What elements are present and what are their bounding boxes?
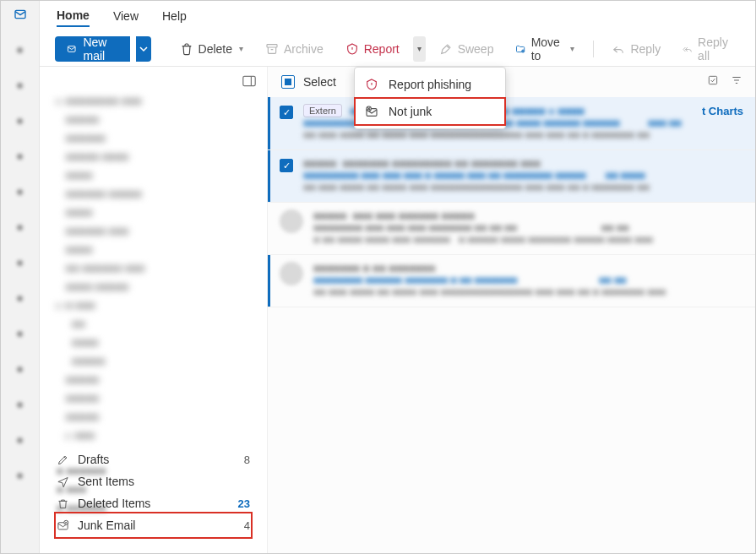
nav-junk[interactable]: Junk Email 4 (57, 514, 250, 536)
report-phishing-label: Report phishing (389, 78, 471, 91)
rail-mail-icon[interactable] (10, 4, 30, 24)
msg-sender-blurred: ■■■■■ ■■■■■■■ ■■■■■■■■■ ■■ ■■■■■■■ ■■■ (303, 157, 743, 170)
sweep-label: Sweep (458, 42, 494, 56)
msg-subject-blurred: ■■■■■■■■■ ■■■ ■■■ ■■■ ■ ■■■■■ ■■■ ■■ ■■■… (303, 170, 743, 182)
menu-bar: Home View Help (40, 1, 755, 31)
chevron-down-icon: ▾ (570, 44, 574, 53)
nav-deleted-label: Deleted Items (78, 497, 150, 510)
msg-sender-blurred: ■■■■■ ■■■ ■■■ ■■■■■■ ■■■■■ (313, 209, 743, 222)
msg-preview-blurred: ■■ ■■■ ■■■■ ■■ ■■■■ ■■■ ■■■■■■■■■■■■■■■ … (303, 182, 743, 193)
external-tag: Extern (303, 104, 342, 117)
archive-label: Archive (284, 42, 324, 56)
rail-item[interactable]: ● (10, 146, 30, 166)
sent-icon (57, 475, 69, 488)
report-phishing-item[interactable]: Report phishing (355, 71, 505, 98)
reply-all-label: Reply all (698, 35, 732, 62)
menu-help[interactable]: Help (162, 6, 187, 26)
filter-icon[interactable] (730, 73, 743, 87)
nav-pane: ▸ ■■■■■■■■ ■■■ ■■■■■ ■■■■■■ ■■■■■ ■■■■ ■… (40, 67, 268, 553)
report-button[interactable]: Report (337, 36, 408, 62)
rail-item[interactable]: ● (10, 323, 30, 344)
msg-preview-blurred: ■■ ■■■ ■■■■ ■■ ■■■■ ■■■ ■■■■■■■■■■■■■■■ … (303, 129, 743, 141)
app-rail: ● ● ● ● ● ● ● ● ● ● ● ● ● (1, 1, 40, 553)
not-junk-item[interactable]: Not junk (355, 98, 505, 125)
message-row[interactable]: ■■■■■ ■■■ ■■■ ■■■■■■ ■■■■■ ■■■■■■■■ ■■■ … (268, 203, 755, 255)
chevron-down-icon: ▾ (239, 44, 243, 53)
reply-label: Reply (630, 42, 661, 56)
archive-button: Archive (257, 36, 332, 62)
nav-sent[interactable]: Sent Items (57, 470, 250, 492)
message-checkbox[interactable]: ✓ (280, 106, 293, 119)
message-area: Select ✓ Extern ■■■■■■■■■■ ■■ ■■■■■■■■■■… (268, 67, 755, 553)
header-icon-1[interactable] (706, 73, 720, 87)
shield-alert-icon (365, 78, 380, 91)
new-mail-label: New mail (83, 35, 117, 62)
msg-preview-blurred: ■ ■■ ■■■■ ■■■■ ■■■ ■■■■■■ ■ ■■■■■ ■■■■ ■… (313, 234, 743, 246)
nav-drafts-count: 8 (244, 454, 250, 466)
rail-item[interactable]: ● (10, 40, 30, 60)
move-to-label: Move to (531, 35, 563, 62)
rail-item[interactable]: ● (10, 111, 30, 131)
nav-deleted-count: 23 (238, 497, 250, 510)
message-row[interactable]: ✓ Extern ■■■■■■■■■■ ■■ ■■■■■■■■■■■ ■■■■■… (268, 97, 755, 150)
msg-preview-blurred: ■■ ■■■ ■■■■ ■■ ■■■■ ■■■ ■■■■■■■■■■■■■■■ … (313, 286, 743, 298)
trash-icon (57, 497, 69, 510)
separator (593, 41, 594, 57)
message-row[interactable]: ■■■■■■■ ■ ■■ ■■■■■■■ ■■■■■■■■ ■■■■■■ ■■■… (268, 255, 755, 307)
rail-item[interactable]: ● (10, 182, 30, 202)
rail-item[interactable]: ● (10, 430, 30, 450)
nav-junk-label: Junk Email (78, 519, 135, 532)
unread-bar (268, 97, 270, 149)
nav-drafts[interactable]: Drafts 8 (57, 448, 250, 470)
unread-bar (268, 150, 270, 202)
report-split[interactable]: ▾ (413, 36, 426, 62)
message-checkbox[interactable]: ✓ (280, 159, 293, 172)
svg-rect-4 (243, 76, 255, 85)
drafts-icon (57, 454, 69, 466)
nav-deleted[interactable]: Deleted Items 23 (57, 492, 250, 514)
nav-sent-label: Sent Items (78, 475, 134, 488)
select-toggle[interactable] (281, 75, 295, 89)
message-list-header: Select (268, 67, 755, 97)
nav-junk-count: 4 (244, 519, 250, 532)
report-label: Report (364, 42, 400, 56)
message-row[interactable]: ✓ ■■■■■ ■■■■■■■ ■■■■■■■■■ ■■ ■■■■■■■ ■■■… (268, 150, 755, 203)
msg-subject-blurred: ■■■■■■■■ ■■■■■■ ■■■■■■■ ■ ■■ ■■■■■■■ ■■ … (313, 274, 743, 286)
junk-icon (57, 519, 69, 532)
rail-item[interactable]: ● (10, 217, 30, 237)
svg-rect-7 (709, 76, 716, 84)
report-dropdown: Report phishing Not junk (354, 67, 506, 129)
rail-item[interactable]: ● (10, 465, 30, 486)
delete-button[interactable]: Delete ▾ (171, 36, 252, 62)
msg-sender-blurred: ■■■■■■■ ■ ■■ ■■■■■■■ (313, 262, 743, 274)
msg-title-fragment: t Charts (702, 105, 743, 117)
unread-bar (268, 255, 270, 307)
nav-system-folders: Drafts 8 Sent Items Deleted Items 23 Jun… (40, 448, 267, 536)
msg-subject-blurred: ■■■■■■■■ ■■■ ■■■ ■■■ ■■■■■■■ ■■ ■■ ■■ ■■… (313, 222, 743, 234)
new-mail-button[interactable]: New mail (55, 36, 130, 62)
reply-button: Reply (603, 36, 669, 62)
rail-item[interactable]: ● (10, 253, 30, 273)
menu-view[interactable]: View (113, 6, 139, 26)
select-label: Select (303, 75, 336, 89)
not-junk-icon (365, 105, 380, 118)
toolbar: New mail Delete ▾ Archive Report ▾ Sweep… (40, 31, 755, 67)
not-junk-label: Not junk (389, 105, 432, 118)
menu-home[interactable]: Home (57, 5, 90, 27)
delete-label: Delete (199, 42, 232, 56)
new-mail-split[interactable] (136, 36, 151, 62)
move-to-button[interactable]: Move to ▾ (507, 36, 582, 62)
avatar (280, 262, 303, 285)
reply-all-button: Reply all (674, 36, 740, 62)
sweep-button: Sweep (431, 36, 503, 62)
rail-item[interactable]: ● (10, 359, 30, 379)
collapse-icon[interactable] (240, 72, 258, 90)
message-list: ✓ Extern ■■■■■■■■■■ ■■ ■■■■■■■■■■■ ■■■■■… (268, 97, 755, 307)
rail-item[interactable]: ● (10, 394, 30, 415)
rail-item[interactable]: ● (10, 288, 30, 308)
nav-folder-tree-blurred: ▸ ■■■■■■■■ ■■■ ■■■■■ ■■■■■■ ■■■■■ ■■■■ ■… (57, 92, 250, 454)
avatar (280, 209, 303, 233)
nav-drafts-label: Drafts (78, 453, 109, 466)
svg-rect-2 (267, 44, 277, 46)
rail-item[interactable]: ● (10, 75, 30, 95)
